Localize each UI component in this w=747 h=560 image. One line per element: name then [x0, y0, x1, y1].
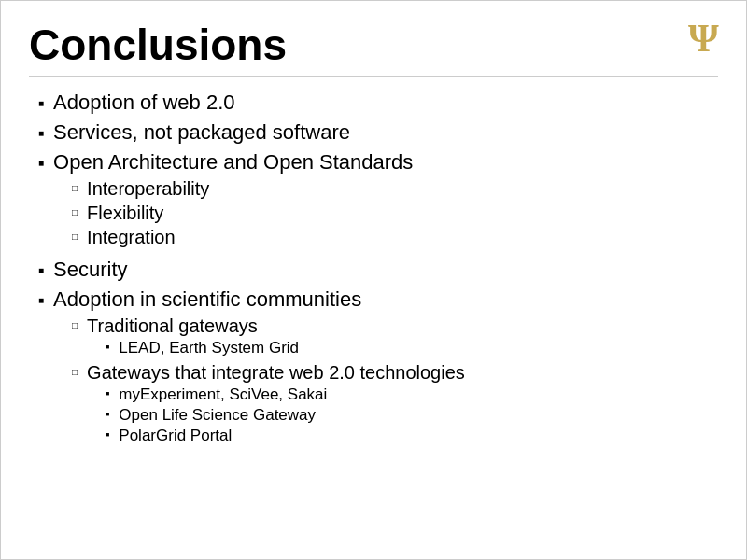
item-with-children: Traditional gateways LEAD, Earth System … — [87, 315, 718, 359]
list-item: Adoption in scientific communities Tradi… — [38, 287, 718, 451]
main-list: Adoption of web 2.0 Services, not packag… — [29, 91, 718, 451]
list-item: Interoperability — [53, 178, 718, 200]
list-item: Open Life Science Gateway — [87, 406, 718, 425]
item-with-children: Gateways that integrate web 2.0 technolo… — [87, 362, 718, 447]
slide-title: Conclusions — [29, 20, 718, 77]
list-item: LEAD, Earth System Grid — [87, 339, 718, 357]
list-item: Integration — [53, 227, 718, 248]
item-text: Traditional gateways — [87, 315, 258, 336]
item-text: Interoperability — [87, 178, 718, 200]
sub-sub-list: myExperiment, SciVee, Sakai Open Life Sc… — [87, 385, 718, 445]
item-text: LEAD, Earth System Grid — [119, 339, 718, 357]
svg-text:Ψ: Ψ — [688, 17, 719, 55]
sub-list: Interoperability Flexibility Integration — [53, 178, 718, 248]
list-item: Gateways that integrate web 2.0 technolo… — [53, 362, 718, 447]
item-text: PolarGrid Portal — [119, 427, 718, 445]
item-text: Services, not packaged software — [53, 120, 718, 145]
item-text: myExperiment, SciVee, Sakai — [119, 385, 718, 404]
list-item: myExperiment, SciVee, Sakai — [87, 385, 718, 404]
list-item: Traditional gateways LEAD, Earth System … — [53, 315, 718, 359]
item-with-children: Adoption in scientific communities Tradi… — [53, 287, 718, 451]
list-item: Services, not packaged software — [38, 120, 718, 145]
list-item: Flexibility — [53, 203, 718, 224]
list-item: Adoption of web 2.0 — [38, 91, 718, 115]
iu-logo: Ψ — [686, 14, 727, 55]
list-item: Open Architecture and Open Standards Int… — [38, 150, 718, 252]
item-text: Adoption in scientific communities — [53, 287, 361, 311]
item-text: Security — [53, 258, 718, 282]
sub-list: Traditional gateways LEAD, Earth System … — [53, 315, 718, 447]
item-text: Gateways that integrate web 2.0 technolo… — [87, 362, 465, 383]
item-text: Integration — [87, 227, 718, 248]
sub-sub-list: LEAD, Earth System Grid — [87, 339, 718, 357]
item-text: Open Architecture and Open Standards — [53, 150, 413, 174]
list-item: PolarGrid Portal — [87, 427, 718, 445]
item-text: Open Life Science Gateway — [119, 406, 718, 425]
item-with-children: Open Architecture and Open Standards Int… — [53, 150, 718, 252]
list-item: Security — [38, 258, 718, 282]
item-text: Flexibility — [87, 203, 718, 224]
slide: Ψ Conclusions Adoption of web 2.0 Servic… — [0, 0, 747, 560]
item-text: Adoption of web 2.0 — [53, 91, 718, 115]
